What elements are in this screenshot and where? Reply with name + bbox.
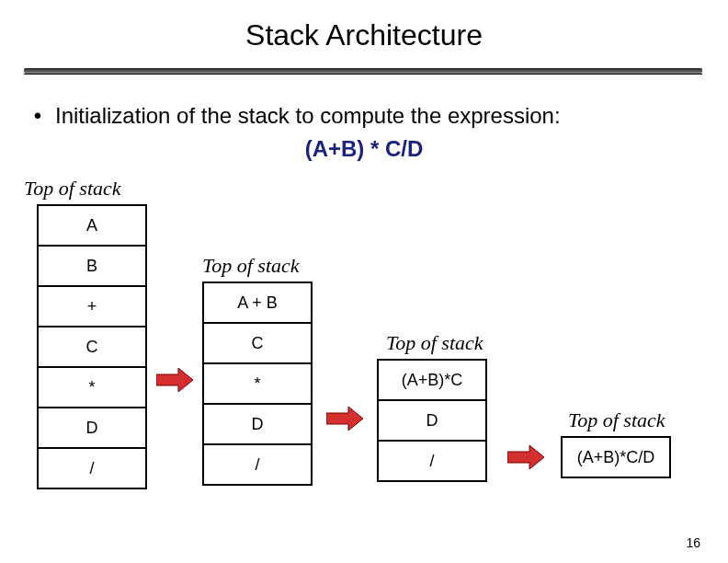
stack-cell: /: [202, 443, 313, 486]
page-number: 16: [686, 535, 700, 550]
top-of-stack-label-3: Top of stack: [386, 331, 483, 355]
stack-cell: D: [377, 399, 487, 440]
top-of-stack-label-1: Top of stack: [24, 177, 121, 201]
stack-cell: B: [37, 245, 147, 285]
svg-marker-2: [507, 445, 544, 469]
top-of-stack-label-4: Top of stack: [568, 408, 665, 432]
stack-cell: +: [37, 285, 147, 326]
arrow-icon: [156, 368, 193, 392]
stack-1: A B + C * D /: [37, 204, 147, 489]
stack-4: (A+B)*C/D: [561, 436, 671, 478]
stack-3: (A+B)*C D /: [377, 359, 487, 482]
stack-cell: (A+B)*C: [377, 359, 487, 399]
stack-2: A + B C * D /: [202, 282, 313, 486]
bullet-item: • Initialization of the stack to compute…: [31, 103, 561, 129]
title-rule-thin: [24, 74, 702, 75]
stack-cell: (A+B)*C/D: [561, 436, 671, 478]
stack-cell: /: [377, 440, 487, 482]
expression-text: (A+B) * C/D: [0, 136, 728, 162]
stack-cell: *: [202, 362, 313, 403]
svg-marker-0: [156, 368, 193, 392]
svg-marker-1: [326, 407, 363, 431]
stack-cell: A + B: [202, 282, 313, 322]
stack-cell: C: [37, 326, 147, 366]
stack-cell: /: [37, 447, 147, 489]
arrow-icon: [507, 445, 544, 469]
arrow-icon: [326, 407, 363, 431]
stack-cell: A: [37, 204, 147, 245]
stack-cell: *: [37, 366, 147, 407]
stack-cell: D: [37, 407, 147, 447]
page-title: Stack Architecture: [0, 18, 728, 52]
stack-cell: D: [202, 403, 313, 443]
bullet-dot-icon: •: [31, 103, 44, 129]
bullet-text: Initialization of the stack to compute t…: [55, 103, 561, 129]
top-of-stack-label-2: Top of stack: [202, 254, 300, 278]
slide: Stack Architecture • Initialization of t…: [0, 0, 728, 563]
stack-cell: C: [202, 322, 313, 362]
